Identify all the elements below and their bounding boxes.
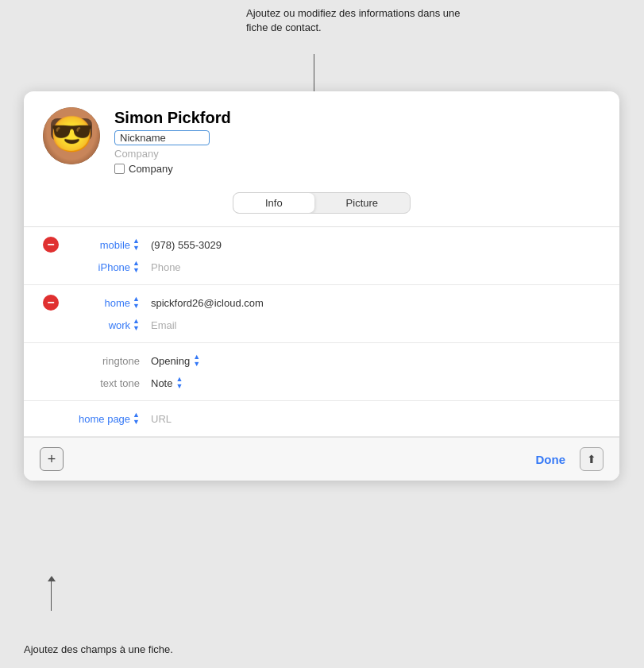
email-group: − home ▲▼ spickford26@icloud.com work ▲▼… bbox=[24, 285, 619, 343]
email-label-1[interactable]: home ▲▼ bbox=[68, 295, 140, 310]
avatar bbox=[43, 107, 100, 164]
homepage-value[interactable]: URL bbox=[151, 413, 600, 425]
tooltip-top: Ajoutez ou modifiez des informations dan… bbox=[246, 6, 461, 35]
phone-value-1[interactable]: (978) 555-3029 bbox=[151, 239, 600, 251]
homepage-group: home page ▲▼ URL bbox=[24, 401, 619, 437]
remove-phone-button[interactable]: − bbox=[43, 237, 59, 253]
phone-group: − mobile ▲▼ (978) 555-3029 iPhone ▲▼ Pho… bbox=[24, 227, 619, 285]
remove-email-button[interactable]: − bbox=[43, 295, 59, 311]
company-label: Company bbox=[129, 163, 173, 175]
contact-info: Simon Pickford Nickname Company Company bbox=[114, 107, 231, 175]
fields-section: − mobile ▲▼ (978) 555-3029 iPhone ▲▼ Pho… bbox=[24, 227, 619, 437]
done-button[interactable]: Done bbox=[530, 450, 573, 469]
company-placeholder: Company bbox=[114, 148, 231, 160]
add-field-button[interactable]: + bbox=[40, 447, 64, 471]
homepage-row: home page ▲▼ URL bbox=[43, 407, 600, 430]
email-stepper-2[interactable]: ▲▼ bbox=[133, 318, 140, 332]
company-checkbox[interactable] bbox=[114, 164, 125, 174]
phone-stepper-1[interactable]: ▲▼ bbox=[133, 237, 140, 252]
ringtone-label: ringtone bbox=[68, 355, 140, 367]
contact-card: Simon Pickford Nickname Company Company … bbox=[24, 91, 619, 481]
homepage-stepper[interactable]: ▲▼ bbox=[133, 411, 140, 426]
phone-value-2[interactable]: Phone bbox=[151, 261, 600, 273]
email-value-2[interactable]: Email bbox=[151, 319, 600, 331]
ringtone-stepper[interactable]: ▲▼ bbox=[193, 353, 200, 368]
share-icon: ⬆ bbox=[587, 453, 596, 465]
share-button[interactable]: ⬆ bbox=[580, 447, 604, 471]
contact-name: Simon Pickford bbox=[114, 109, 231, 127]
tooltip-bottom: Ajoutez des champs à une fiche. bbox=[24, 643, 230, 657]
tabs-container: Info Picture bbox=[233, 192, 411, 214]
arrow-bottom bbox=[51, 581, 52, 611]
phone-row-1: − mobile ▲▼ (978) 555-3029 bbox=[43, 234, 600, 256]
email-label-2[interactable]: work ▲▼ bbox=[68, 318, 140, 332]
email-row-2: work ▲▼ Email bbox=[43, 314, 600, 336]
ringtone-group: ringtone Opening ▲▼ text tone Note ▲▼ bbox=[24, 343, 619, 401]
card-footer: + Done ⬆ bbox=[24, 437, 619, 481]
nickname-field[interactable]: Nickname bbox=[114, 130, 210, 145]
company-checkbox-row: Company bbox=[114, 163, 231, 175]
footer-right: Done ⬆ bbox=[530, 447, 604, 471]
texttone-stepper[interactable]: ▲▼ bbox=[175, 376, 183, 390]
phone-stepper-2[interactable]: ▲▼ bbox=[133, 260, 140, 274]
tab-info[interactable]: Info bbox=[233, 193, 314, 213]
homepage-label[interactable]: home page ▲▼ bbox=[68, 411, 140, 426]
card-header: Simon Pickford Nickname Company Company bbox=[24, 107, 619, 187]
texttone-label: text tone bbox=[68, 377, 140, 389]
texttone-value[interactable]: Note ▲▼ bbox=[151, 376, 600, 390]
texttone-row: text tone Note ▲▼ bbox=[43, 372, 600, 394]
email-row-1: − home ▲▼ spickford26@icloud.com bbox=[43, 292, 600, 314]
phone-label-1[interactable]: mobile ▲▼ bbox=[68, 237, 140, 252]
avatar-image bbox=[43, 107, 100, 164]
phone-label-2[interactable]: iPhone ▲▼ bbox=[68, 260, 140, 274]
email-value-1[interactable]: spickford26@icloud.com bbox=[151, 297, 600, 309]
tabs-row: Info Picture bbox=[24, 192, 619, 214]
email-stepper-1[interactable]: ▲▼ bbox=[133, 295, 140, 310]
tab-picture[interactable]: Picture bbox=[314, 193, 410, 213]
ringtone-value[interactable]: Opening ▲▼ bbox=[151, 353, 600, 368]
phone-row-2: iPhone ▲▼ Phone bbox=[43, 256, 600, 278]
ringtone-row: ringtone Opening ▲▼ bbox=[43, 349, 600, 372]
